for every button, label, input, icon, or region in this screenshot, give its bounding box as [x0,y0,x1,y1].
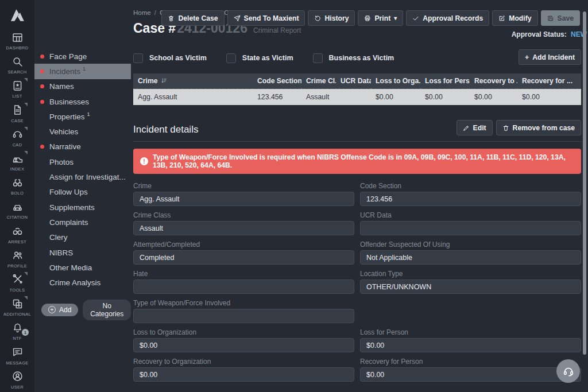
approval-records-button[interactable]: Approval Records [406,10,489,26]
cell-crime-class[interactable]: Assault [301,89,336,106]
rail-item-citation[interactable]: CITATION [0,198,34,222]
crime-class-input[interactable] [133,221,354,235]
field-label: Code Section [360,182,581,190]
column-header-ucr-data[interactable]: UCR Data [336,73,371,89]
rail-item-additional[interactable]: ADDITIONAL [0,295,34,319]
sidebar-item-crime-analysis[interactable]: Crime Analysis [34,275,131,290]
sidebar-item-label: Clery [49,233,68,242]
loss-to-organization-input[interactable] [133,338,354,352]
save-icon [547,15,554,22]
sidebar-item-clery[interactable]: Clery [34,230,131,245]
cell-loss-for-person[interactable]: $0.00 [420,89,470,106]
sidebar-item-supplements[interactable]: Supplements [34,200,131,215]
rail-item-case[interactable]: CASE [0,102,34,126]
no-categories-button[interactable]: No Categories [83,300,131,320]
sidebar-item-label: Supplements [49,203,95,212]
ucr-data-input[interactable] [360,221,581,235]
tools-icon [10,273,24,286]
rail-item-list[interactable]: LIST [0,77,34,101]
column-header-code-section[interactable]: Code Section [253,73,301,89]
save-button[interactable]: Save [541,10,580,26]
checkbox-icon[interactable] [133,53,143,63]
code-section-input[interactable] [360,192,581,206]
sidebar-item-incidents[interactable]: Incidents 1 [34,64,131,79]
modify-button[interactable]: Modify [492,10,537,26]
state-as-victim-checkbox[interactable]: State as Victim [226,53,293,63]
cell-recovery-for-person[interactable]: $0.00 [517,89,581,106]
column-header-loss-to-org[interactable]: Loss to Orga... [371,73,420,89]
sidebar-item-assign-for-investigation[interactable]: Assign for Investigat... [34,169,131,184]
vertical-scrollbar[interactable] [583,11,586,355]
send-to-maxient-button[interactable]: Send To Maxient [227,10,305,26]
business-as-victim-checkbox[interactable]: Business as Victim [313,53,394,63]
cell-code-section[interactable]: 123.456 [253,89,301,106]
support-chat-button[interactable] [556,359,580,383]
sidebar-item-photos[interactable]: Photos [34,154,131,169]
rail-item-dashbrd[interactable]: DASHBRD [0,29,34,53]
edit-button[interactable]: Edit [457,120,493,135]
rail-item-user[interactable]: USER [0,368,34,392]
cell-loss-to-org[interactable]: $0.00 [371,89,420,106]
crime-input[interactable] [133,192,354,206]
offender-suspected-input[interactable] [360,250,581,265]
sidebar-item-properties[interactable]: Properties 1 [34,109,131,124]
attempted-completed-input[interactable] [133,250,354,265]
rail-item-profile[interactable]: PROFILE [0,247,34,271]
field-label: Recovery to Organization [133,358,354,366]
sidebar-item-businesses[interactable]: Businesses [34,94,131,109]
school-as-victim-checkbox[interactable]: School as Victim [133,53,207,63]
sidebar-item-names[interactable]: Names [34,79,131,94]
sidebar-item-other-media[interactable]: Other Media [34,260,131,275]
add-section-button[interactable]: + Add [41,304,78,316]
sidebar-item-face-page[interactable]: Face Page [34,49,131,64]
field-label: Hate [133,270,354,278]
cell-recovery-to-org[interactable]: $0.00 [470,89,517,106]
remove-from-case-button[interactable]: Remove from case [496,120,581,135]
rail-item-tools[interactable]: TOOLS [0,271,34,295]
send-icon [234,15,241,22]
table-header-row: Crime Code Section Crime Cl... UCR Data … [133,73,581,89]
column-header-recovery-for-person[interactable]: Recovery for ... [517,73,581,89]
form-spacer [360,299,581,328]
sidebar-item-follow-ups[interactable]: Follow Ups [34,185,131,200]
column-header-recovery-to-org[interactable]: Recovery to ... [470,73,517,89]
field-code-section: Code Section [360,182,581,206]
checkbox-icon[interactable] [226,53,236,63]
history-button[interactable]: History [308,10,355,26]
breadcrumb-home[interactable]: Home [133,9,151,16]
rail-item-cad[interactable]: CAD [0,126,34,150]
loss-for-person-input[interactable] [360,338,581,352]
hate-input[interactable] [133,280,354,294]
rail-item-search[interactable]: SEARCH [0,53,34,77]
table-row[interactable]: Agg. Assault 123.456 Assault $0.00 $0.00… [133,89,581,106]
cell-crime[interactable]: Agg. Assault [133,89,253,106]
location-type-input[interactable] [360,280,581,294]
app-logo[interactable] [0,0,34,29]
sidebar-item-label: Names [49,82,74,91]
recovery-to-organization-input[interactable] [133,367,354,382]
checkbox-icon[interactable] [313,53,323,63]
rail-item-message[interactable]: MESSAGE [0,343,34,367]
cell-ucr-data[interactable] [336,89,371,106]
column-header-crime[interactable]: Crime [133,73,253,89]
plus-icon: + [525,53,529,61]
column-header-loss-for-person[interactable]: Loss for Pers... [420,73,470,89]
delete-case-button[interactable]: Delete Case [161,10,224,26]
weapon-force-input[interactable] [133,309,354,323]
sidebar-item-vehicles[interactable]: Vehicles [34,124,131,139]
column-header-crime-class[interactable]: Crime Cl... [301,73,336,89]
sidebar-item-narrative[interactable]: Narrative [34,139,131,154]
rail-item-arrest[interactable]: ARREST [0,223,34,247]
rail-item-index[interactable]: INDEX [0,150,34,174]
sidebar-item-label: Other Media [49,263,92,272]
rail-item-ntf[interactable]: 1 NTF [0,319,34,343]
recovery-for-person-input[interactable] [360,367,581,382]
headset-icon [10,128,24,141]
incident-details-header: Incident details Edit Remove from case [133,120,581,142]
sidebar-item-complaints[interactable]: Complaints [34,215,131,230]
print-button[interactable]: Print ▾ [358,10,403,26]
sidebar-item-count: 1 [87,111,90,117]
add-incident-button[interactable]: + Add Incident [519,49,581,65]
sidebar-item-nibrs[interactable]: NIBRS [34,245,131,260]
rail-item-bolo[interactable]: BOLO [0,174,34,198]
